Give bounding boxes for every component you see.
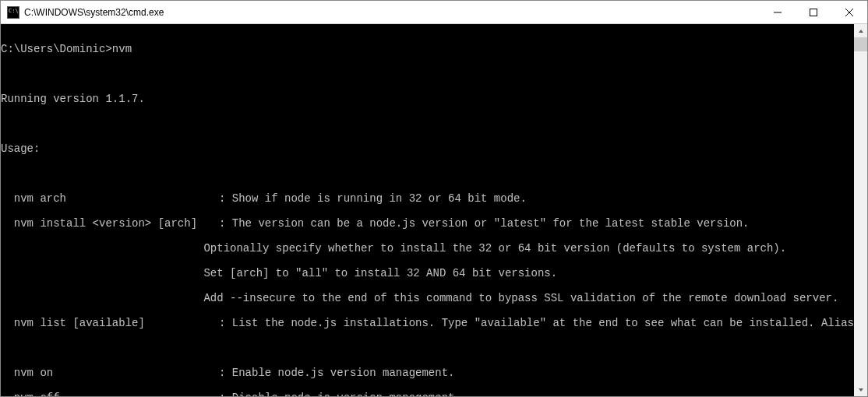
install-cont2: Set [arch] to "all" to install 32 AND 64… [1,267,867,279]
minimize-button[interactable] [760,1,796,23]
cmd-window: C:\WINDOWS\system32\cmd.exe C:\Users\Dom… [0,0,868,397]
on-desc: : Enable node.js version management. [219,367,454,379]
prompt-path: C:\Users\Dominic> [1,43,112,55]
scroll-thumb[interactable] [854,37,867,51]
scroll-up-button[interactable] [854,24,867,37]
arch-cmd: nvm arch [1,192,219,205]
install-desc: : The version can be a node.js version o… [219,217,750,230]
window-controls [760,1,867,23]
svg-marker-4 [859,30,863,33]
cmd-icon [7,6,19,19]
arch-desc: : Show if node is running in 32 or 64 bi… [219,192,527,205]
install-cont3: Add --insecure to the end of this comman… [1,292,867,304]
maximize-button[interactable] [796,1,831,23]
off-cmd: nvm off [1,392,219,396]
prompt-command: nvm [112,43,132,55]
install-cmd: nvm install <version> [arch] [1,217,219,230]
svg-marker-5 [859,388,863,392]
output-running: Running version 1.1.7. [1,93,867,105]
list-cmd: nvm list [available] [1,317,219,329]
scroll-down-button[interactable] [854,383,867,396]
install-cont1: Optionally specify whether to install th… [1,242,867,255]
off-desc: : Disable node.js version management. [219,392,461,396]
console-body[interactable]: C:\Users\Dominic>nvm Running version 1.1… [1,24,867,396]
vertical-scrollbar[interactable] [854,24,867,396]
titlebar[interactable]: C:\WINDOWS\system32\cmd.exe [1,1,867,24]
svg-rect-1 [810,9,817,16]
list-desc: : List the node.js installations. Type "… [219,317,867,329]
console-output: C:\Users\Dominic>nvm Running version 1.1… [1,24,867,396]
on-cmd: nvm on [1,367,219,379]
close-button[interactable] [831,1,867,23]
output-usage-header: Usage: [1,142,867,155]
window-title: C:\WINDOWS\system32\cmd.exe [24,7,760,18]
